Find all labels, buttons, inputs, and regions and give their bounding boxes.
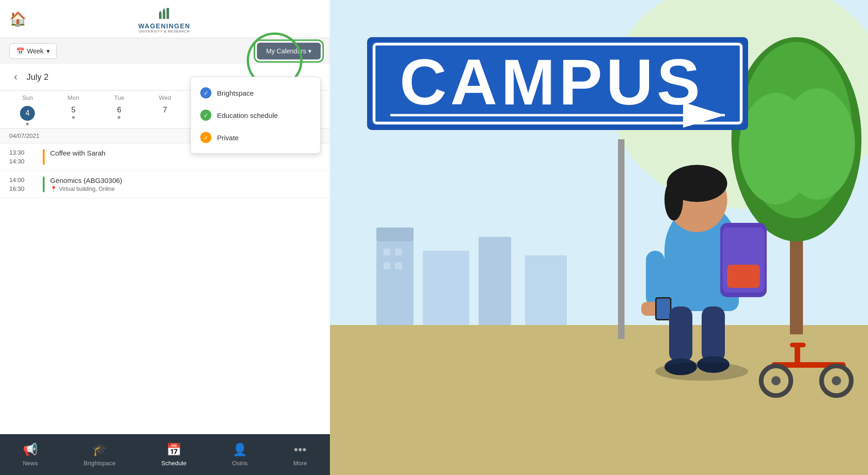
week-button[interactable]: 📅 Week ▾ <box>9 43 57 59</box>
logo-subtitle: UNIVERSITY & RESEARCH <box>138 30 190 33</box>
nav-item-schedule[interactable]: 📅 Schedule <box>152 442 196 467</box>
event-time-coffee: 13:30 14:30 <box>9 149 37 165</box>
right-panel: CAMPUS <box>330 0 868 475</box>
event-location-text: Virtual building, Online <box>59 186 115 192</box>
bottom-nav: 📢 News 🎓 Brightspace 📅 Schedule 👤 Osiris… <box>0 434 330 475</box>
dropdown-private-label: Private <box>217 134 239 142</box>
event-start-time-genomics: 14:00 <box>9 176 37 183</box>
date-number-5: 5 <box>71 106 75 114</box>
svg-rect-11 <box>479 237 511 325</box>
event-details-genomics: Genomics (ABG30306) 📍 Virtual building, … <box>50 176 321 192</box>
svg-rect-52 <box>790 343 806 347</box>
calendar-dropdown: ✓ Brightspace ✓ Education schedule ✓ Pri… <box>191 77 321 154</box>
event-bar-coffee <box>43 149 45 165</box>
campus-illustration: CAMPUS <box>330 0 868 475</box>
nav-item-brightspace[interactable]: 🎓 Brightspace <box>74 442 125 467</box>
wur-svg-icon <box>156 5 172 21</box>
wur-logo: WAGENINGEN UNIVERSITY & RESEARCH <box>138 5 190 33</box>
svg-rect-14 <box>395 248 402 255</box>
nav-label-more: More <box>293 460 307 467</box>
svg-point-49 <box>771 376 781 385</box>
my-calendars-chevron: ▾ <box>308 47 311 55</box>
svg-rect-12 <box>525 255 567 325</box>
left-panel: 🏠 WAGENINGEN UNIVERSITY & RESEARCH 📅 Wee… <box>0 0 330 475</box>
svg-point-34 <box>664 179 683 221</box>
svg-rect-1 <box>163 11 165 19</box>
date-number-6: 6 <box>117 106 121 114</box>
event-location-genomics: 📍 Virtual building, Online <box>50 186 321 192</box>
news-icon: 📢 <box>23 442 38 457</box>
nav-item-more[interactable]: ••• More <box>284 442 316 467</box>
nav-label-osiris: Osiris <box>232 460 248 467</box>
top-bar: 🏠 WAGENINGEN UNIVERSITY & RESEARCH <box>0 0 330 38</box>
nav-item-osiris[interactable]: 👤 Osiris <box>223 442 257 467</box>
nav-item-news[interactable]: 📢 News <box>13 442 47 467</box>
svg-marker-3 <box>159 11 162 13</box>
weekday-wed: Wed <box>142 91 188 103</box>
svg-rect-7 <box>330 325 868 475</box>
date-number-7: 7 <box>163 106 167 114</box>
check-education-icon: ✓ <box>200 110 211 121</box>
my-calendars-container: My Calendars ▾ <box>257 43 321 59</box>
svg-text:CAMPUS: CAMPUS <box>400 46 704 118</box>
date-4[interactable]: 4 <box>5 103 51 128</box>
event-end-time-coffee: 14:30 <box>9 158 37 165</box>
date-number-4: 4 <box>20 106 35 121</box>
check-private-icon: ✓ <box>200 132 211 143</box>
date-6[interactable]: 6 <box>96 103 142 128</box>
event-end-time-genomics: 16:30 <box>9 185 37 192</box>
date-dot-5 <box>72 116 75 119</box>
date-dot-4 <box>26 123 29 125</box>
event-start-time-coffee: 13:30 <box>9 149 37 156</box>
svg-rect-37 <box>727 265 760 288</box>
svg-rect-13 <box>383 248 390 255</box>
more-nav-icon: ••• <box>294 442 306 457</box>
svg-rect-9 <box>376 228 414 241</box>
calendar-icon: 📅 <box>16 47 24 55</box>
location-pin-icon: 📍 <box>50 186 57 192</box>
dropdown-item-private[interactable]: ✓ Private <box>191 126 320 149</box>
osiris-nav-icon: 👤 <box>232 442 247 457</box>
dropdown-arrow-icon: ▾ <box>46 47 50 55</box>
dropdown-brightspace-label: Brightspace <box>217 89 254 97</box>
svg-rect-10 <box>423 251 469 325</box>
svg-rect-15 <box>383 262 390 269</box>
logo-name: WAGENINGEN <box>138 22 190 30</box>
dropdown-item-brightspace[interactable]: ✓ Brightspace <box>191 82 320 104</box>
svg-rect-43 <box>702 306 725 362</box>
nav-label-brightspace: Brightspace <box>84 460 116 467</box>
svg-rect-41 <box>657 299 670 319</box>
svg-rect-2 <box>167 8 169 19</box>
event-genomics[interactable]: 14:00 16:30 Genomics (ABG30306) 📍 Virtua… <box>0 171 330 198</box>
event-bar-genomics <box>43 176 45 192</box>
svg-rect-22 <box>618 139 625 339</box>
check-brightspace-icon: ✓ <box>200 87 211 98</box>
nav-label-schedule: Schedule <box>161 460 186 467</box>
dropdown-education-label: Education schedule <box>217 111 278 119</box>
svg-point-21 <box>781 88 855 200</box>
my-calendars-label: My Calendars <box>266 47 306 55</box>
toolbar: 📅 Week ▾ My Calendars ▾ <box>0 38 330 64</box>
events-section: 04/07/2021 13:30 14:30 Coffee with Sarah… <box>0 129 330 434</box>
home-icon[interactable]: 🏠 <box>9 11 26 27</box>
weekday-tue: Tue <box>96 91 142 103</box>
nav-label-news: News <box>23 460 38 467</box>
event-time-genomics: 14:00 16:30 <box>9 176 37 192</box>
date-5[interactable]: 5 <box>51 103 97 128</box>
date-7[interactable]: 7 <box>142 103 188 128</box>
schedule-nav-icon: 📅 <box>166 442 181 457</box>
my-calendars-button[interactable]: My Calendars ▾ <box>257 43 321 59</box>
svg-point-53 <box>655 362 748 381</box>
month-year: July 2 <box>26 72 48 82</box>
svg-point-50 <box>832 376 841 385</box>
dropdown-item-education[interactable]: ✓ Education schedule <box>191 104 320 126</box>
svg-marker-4 <box>163 8 165 10</box>
weekday-mon: Mon <box>51 91 97 103</box>
event-title-genomics: Genomics (ABG30306) <box>50 176 321 184</box>
brightspace-nav-icon: 🎓 <box>92 442 107 457</box>
svg-rect-16 <box>395 262 402 269</box>
week-button-label: Week <box>27 47 44 55</box>
svg-rect-42 <box>669 306 692 362</box>
date-dot-6 <box>118 116 120 119</box>
prev-arrow[interactable]: ‹ <box>9 69 22 85</box>
